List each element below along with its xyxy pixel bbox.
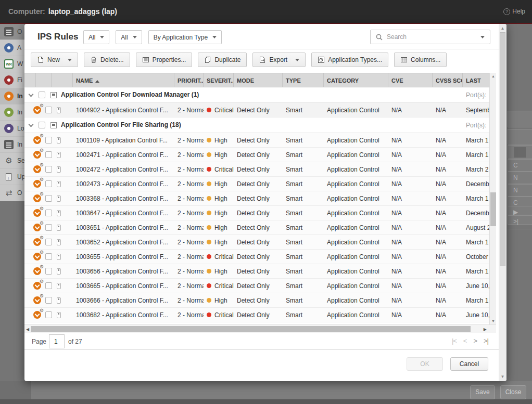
- filter-dropdown-1[interactable]: All: [116, 30, 142, 44]
- column-header-severit[interactable]: SEVERIT...: [204, 73, 234, 87]
- column-header-mode[interactable]: MODE: [234, 73, 283, 87]
- table-row[interactable]: ⚙1003655 - Application Control F...2 - N…: [24, 250, 489, 264]
- table-row[interactable]: ⚙1003682 - Application Control F...2 - N…: [24, 308, 489, 322]
- sidebar-item-settings[interactable]: ⚙Se: [0, 153, 24, 169]
- table-horizontal-scrollbar[interactable]: ◀ ▶: [24, 324, 496, 333]
- row-checkbox[interactable]: [45, 268, 52, 275]
- sidebar-item-anti-malware[interactable]: A: [0, 40, 24, 56]
- row-checkbox[interactable]: [45, 253, 52, 260]
- group-checkbox[interactable]: [39, 122, 45, 128]
- chevron-expand-icon[interactable]: [29, 92, 34, 97]
- horizontal-scroll-thumb[interactable]: [31, 326, 471, 332]
- rule-details-icon: [57, 239, 61, 245]
- table-row[interactable]: ⚙1003666 - Application Control F...2 - N…: [24, 293, 489, 308]
- table-row[interactable]: ⚙1003647 - Application Control F...2 - N…: [24, 206, 489, 220]
- cell-last-updated: March 1: [463, 297, 489, 304]
- scroll-right-icon[interactable]: ▶: [484, 327, 487, 332]
- row-checkbox[interactable]: [45, 297, 52, 304]
- properties-button[interactable]: Properties...: [136, 53, 193, 67]
- window-title: Computer:laptop_adaggs (lap): [8, 7, 117, 16]
- sidebar-item-overrides[interactable]: ⇄O: [0, 185, 24, 201]
- search-box[interactable]: [370, 30, 490, 44]
- sidebar-item-overview[interactable]: O: [0, 24, 24, 40]
- group-row[interactable]: Application Control For Download Manager…: [24, 87, 489, 103]
- row-checkbox[interactable]: [45, 210, 52, 216]
- row-checkbox[interactable]: [45, 166, 52, 173]
- search-caret-icon[interactable]: [480, 36, 485, 38]
- next-page-button[interactable]: >: [473, 337, 477, 345]
- dialog-scroll-thumb[interactable]: [500, 32, 505, 266]
- cell-cve: N/A: [388, 180, 433, 188]
- filter-dropdown-0[interactable]: All: [83, 30, 109, 44]
- sidebar-item-updates[interactable]: ↓Up: [0, 169, 24, 185]
- table-vertical-scrollbar[interactable]: ▲ ▼: [489, 73, 496, 324]
- scroll-down-icon[interactable]: ▼: [490, 319, 497, 323]
- ok-button[interactable]: OK: [407, 357, 443, 371]
- table-row[interactable]: ⚙1003656 - Application Control F...2 - N…: [24, 264, 489, 279]
- table-row[interactable]: ⚙1002472 - Application Control F...2 - N…: [24, 162, 489, 177]
- row-checkbox[interactable]: [45, 151, 52, 158]
- row-checkbox[interactable]: [45, 224, 52, 231]
- column-header-category[interactable]: CATEGORY: [324, 73, 388, 87]
- filter-dropdown-2[interactable]: By Application Type: [148, 30, 222, 44]
- group-row[interactable]: Application Control For File Sharing (18…: [24, 118, 489, 133]
- row-left-cell: ⚙: [24, 264, 73, 278]
- sidebar-item-web-reputation[interactable]: WRW: [0, 56, 24, 72]
- sidebar-item-label: W: [17, 60, 23, 68]
- table-row[interactable]: ⚙1003651 - Application Control F...2 - N…: [24, 220, 489, 235]
- gear-badge-icon: ⚙: [40, 279, 44, 284]
- row-checkbox[interactable]: [45, 180, 52, 187]
- column-header-name[interactable]: NAME: [73, 73, 174, 87]
- page-number-input[interactable]: [49, 334, 65, 348]
- sidebar-item-firewall[interactable]: Fi: [0, 72, 24, 88]
- application-types-button[interactable]: Application Types...: [311, 53, 388, 67]
- row-checkbox[interactable]: [45, 311, 52, 318]
- save-button[interactable]: Save: [470, 385, 495, 399]
- scroll-left-icon[interactable]: ◀: [26, 327, 29, 332]
- dialog-scrollbar[interactable]: ▲ ▼: [499, 24, 506, 381]
- row-left-cell: ⚙: [24, 308, 73, 322]
- search-input[interactable]: [387, 33, 472, 41]
- gear-badge-icon: ⚙: [40, 177, 44, 182]
- table-row[interactable]: ⚙1001109 - Application Control F...2 - N…: [24, 133, 489, 148]
- sidebar-item-intrusion-prevention[interactable]: In: [0, 88, 24, 105]
- delete-button[interactable]: Delete...: [84, 53, 130, 67]
- dialog-scroll-up-icon[interactable]: ▲: [499, 26, 506, 31]
- table-row[interactable]: ⚙1002473 - Application Control F...2 - N…: [24, 177, 489, 191]
- table-row[interactable]: ⚙1003665 - Application Control F...2 - N…: [24, 279, 489, 293]
- table-row[interactable]: ⚙1003652 - Application Control F...2 - N…: [24, 235, 489, 250]
- cell-cve: N/A: [388, 297, 433, 304]
- table-row[interactable]: ⚙1002471 - Application Control F...2 - N…: [24, 148, 489, 162]
- last-page-button[interactable]: >|: [484, 337, 488, 345]
- column-header-cve[interactable]: CVE: [388, 73, 433, 87]
- table-row[interactable]: ⚙1003368 - Application Control F...2 - N…: [24, 191, 489, 206]
- table-row[interactable]: ⚙1004902 - Application Control F...2 - N…: [24, 103, 489, 118]
- row-checkbox[interactable]: [45, 107, 52, 113]
- row-checkbox[interactable]: [45, 195, 52, 202]
- first-page-button[interactable]: |<: [452, 337, 457, 345]
- sidebar-item-log-inspection[interactable]: Lo: [0, 121, 24, 137]
- table-scroll-thumb[interactable]: [490, 192, 496, 226]
- duplicate-button[interactable]: Duplicate: [198, 53, 247, 67]
- chevron-expand-icon[interactable]: [29, 122, 34, 127]
- group-checkbox[interactable]: [39, 92, 45, 98]
- export-button[interactable]: Export: [252, 53, 306, 67]
- column-header-priorit[interactable]: PRIORIT...: [174, 73, 204, 87]
- column-header-cvss-scor[interactable]: CVSS SCOR...: [433, 73, 463, 87]
- row-checkbox[interactable]: [45, 282, 52, 289]
- row-checkbox[interactable]: [45, 137, 52, 144]
- cell-last-updated: June 10,: [463, 282, 489, 290]
- columns-button[interactable]: Columns...: [394, 53, 447, 67]
- prev-page-button[interactable]: <: [463, 337, 467, 345]
- column-header-type[interactable]: TYPE: [283, 73, 324, 87]
- sidebar-item-integrity-monitoring[interactable]: In: [0, 105, 24, 121]
- dialog-scroll-down-icon[interactable]: ▼: [499, 374, 506, 379]
- new-button[interactable]: New: [31, 53, 78, 67]
- help-button[interactable]: ? Help: [503, 8, 525, 15]
- row-checkbox[interactable]: [45, 239, 52, 245]
- close-button[interactable]: Close: [500, 385, 526, 399]
- cancel-button[interactable]: Cancel: [450, 357, 488, 371]
- column-header-last[interactable]: LAST: [463, 73, 489, 87]
- scroll-up-icon[interactable]: ▲: [490, 74, 497, 78]
- sidebar-item-interfaces[interactable]: In: [0, 137, 24, 153]
